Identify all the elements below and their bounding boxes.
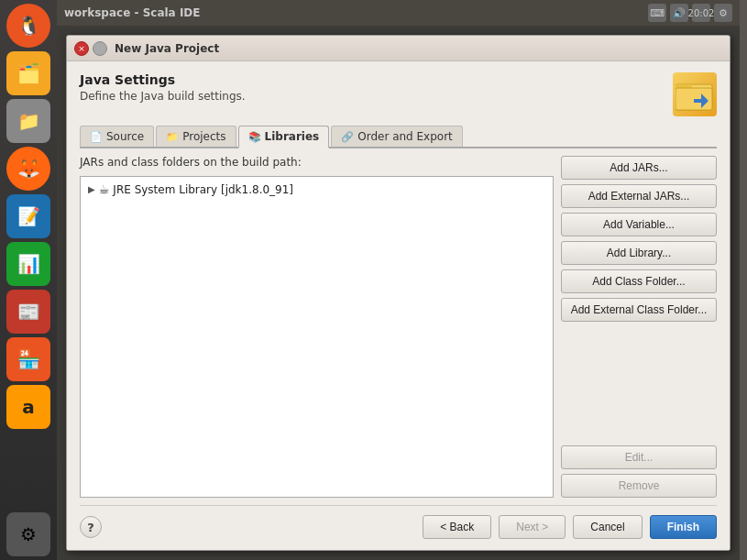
finish-button[interactable]: Finish xyxy=(650,515,717,539)
add-class-folder-button[interactable]: Add Class Folder... xyxy=(561,269,717,293)
sidebar-icon-files[interactable]: 🗂️ xyxy=(6,51,50,95)
add-external-jars-button[interactable]: Add External JARs... xyxy=(561,184,717,208)
footer-right: < Back Next > Cancel Finish xyxy=(423,515,717,539)
main-area: workspace - Scala IDE ⌨ 🔊 20:02 ⚙ × New … xyxy=(57,0,740,560)
add-library-button[interactable]: Add Library... xyxy=(561,241,717,265)
tab-libraries-label: Libraries xyxy=(265,130,320,143)
order-tab-icon: 🔗 xyxy=(341,131,354,143)
system-icon[interactable]: ⚙ xyxy=(714,4,732,22)
main-panel: JARs and class folders on the build path… xyxy=(80,156,717,498)
add-external-class-folder-button[interactable]: Add External Class Folder... xyxy=(561,298,717,322)
dialog-footer: ? < Back Next > Cancel Finish xyxy=(80,505,717,541)
dialog-title: New Java Project xyxy=(115,42,219,55)
dialog-heading: Java Settings xyxy=(80,72,246,87)
tab-source-label: Source xyxy=(106,130,144,143)
next-button[interactable]: Next > xyxy=(499,515,566,539)
sidebar-icon-ubuntu[interactable]: 🐧 xyxy=(6,4,50,48)
dialog-close-button[interactable]: × xyxy=(74,41,89,56)
sidebar-icon-appstore[interactable]: 🏪 xyxy=(6,337,50,381)
window-titlebar: workspace - Scala IDE ⌨ 🔊 20:02 ⚙ xyxy=(57,0,740,26)
remove-button[interactable]: Remove xyxy=(561,474,717,498)
libraries-tab-icon: 📚 xyxy=(248,131,261,143)
tab-projects[interactable]: 📁 Projects xyxy=(156,126,236,147)
sidebar-icon-home[interactable]: 📁 xyxy=(6,99,50,143)
volume-icon[interactable]: 🔊 xyxy=(670,4,688,22)
keyboard-icon[interactable]: ⌨ xyxy=(648,4,666,22)
tab-projects-label: Projects xyxy=(182,130,225,143)
window-title: workspace - Scala IDE xyxy=(64,6,201,19)
dialog-header-text: Java Settings Define the Java build sett… xyxy=(80,72,246,103)
sidebar-icon-calc[interactable]: 📊 xyxy=(6,242,50,286)
jre-icon: ☕ xyxy=(99,182,110,196)
tree-label: JARs and class folders on the build path… xyxy=(80,156,554,169)
projects-tab-icon: 📁 xyxy=(166,131,179,143)
clock-icon: 20:02 xyxy=(692,4,710,22)
project-folder-icon xyxy=(673,72,717,116)
help-button[interactable]: ? xyxy=(80,516,102,538)
button-panel: Add JARs... Add External JARs... Add Var… xyxy=(561,156,717,498)
dialog-title-buttons: × xyxy=(74,41,107,56)
tree-item-jre[interactable]: ▶ ☕ JRE System Library [jdk1.8.0_91] xyxy=(84,181,549,198)
sidebar-icon-impress[interactable]: 📰 xyxy=(6,290,50,334)
footer-left: ? xyxy=(80,516,102,538)
tab-order-label: Order and Export xyxy=(357,130,453,143)
tabs: 📄 Source 📁 Projects 📚 Libraries 🔗 Order … xyxy=(80,126,717,148)
taskbar: 🐧 🗂️ 📁 🦊 📝 📊 📰 🏪 a ⚙️ xyxy=(0,0,57,560)
window-controls: ⌨ 🔊 20:02 ⚙ xyxy=(648,4,732,22)
tab-libraries[interactable]: 📚 Libraries xyxy=(238,126,330,148)
sidebar-icon-firefox[interactable]: 🦊 xyxy=(6,147,50,191)
dialog-titlebar: × New Java Project xyxy=(67,36,730,61)
tree-area[interactable]: ▶ ☕ JRE System Library [jdk1.8.0_91] xyxy=(80,176,554,498)
dialog-description: Define the Java build settings. xyxy=(80,90,246,103)
tree-item-jre-label: JRE System Library [jdk1.8.0_91] xyxy=(113,183,293,196)
edit-button[interactable]: Edit... xyxy=(561,445,717,469)
sidebar-icon-amazon[interactable]: a xyxy=(6,385,50,429)
back-button[interactable]: < Back xyxy=(423,515,491,539)
sidebar-icon-writer[interactable]: 📝 xyxy=(6,194,50,238)
add-variable-button[interactable]: Add Variable... xyxy=(561,213,717,236)
dialog-header: Java Settings Define the Java build sett… xyxy=(80,72,717,116)
new-java-project-dialog: × New Java Project Java Settings Define … xyxy=(66,35,731,551)
tab-source[interactable]: 📄 Source xyxy=(80,126,154,147)
right-strip xyxy=(740,0,747,560)
add-jars-button[interactable]: Add JARs... xyxy=(561,156,717,180)
dialog-content: Java Settings Define the Java build sett… xyxy=(67,61,730,550)
sidebar-icon-settings[interactable]: ⚙️ xyxy=(6,512,50,556)
svg-rect-4 xyxy=(694,99,701,103)
source-tab-icon: 📄 xyxy=(90,131,103,143)
tree-arrow-icon: ▶ xyxy=(88,184,95,194)
cancel-button[interactable]: Cancel xyxy=(573,515,642,539)
tab-order[interactable]: 🔗 Order and Export xyxy=(331,126,463,147)
dialog-minimize-button[interactable] xyxy=(93,41,107,56)
